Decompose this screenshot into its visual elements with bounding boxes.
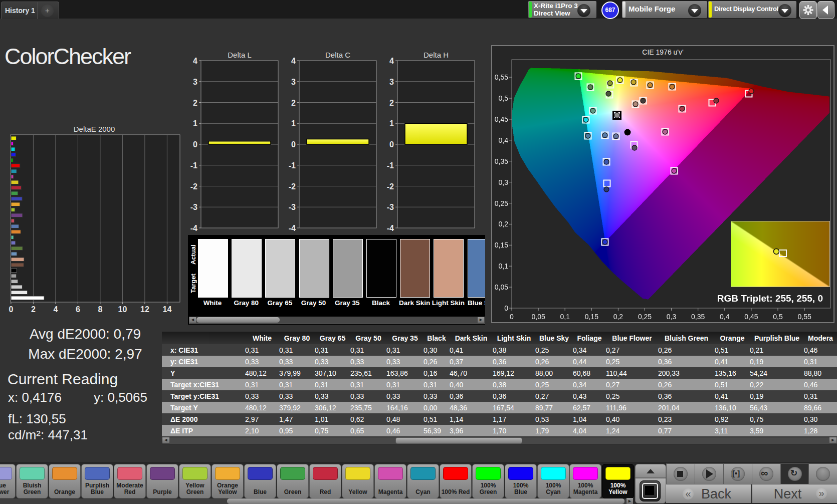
svg-text:Delta H: Delta H: [424, 51, 449, 59]
svg-text:0: 0: [389, 140, 394, 149]
svg-text:0: 0: [193, 140, 197, 149]
svg-text:14: 14: [163, 305, 172, 314]
svg-text:0,05: 0,05: [495, 283, 508, 291]
svg-text:1: 1: [389, 119, 394, 128]
svg-text:4: 4: [193, 57, 197, 65]
svg-text:2: 2: [31, 305, 36, 314]
svg-text:RGB Triplet: 255, 255, 0: RGB Triplet: 255, 255, 0: [717, 293, 823, 304]
svg-text:0,35: 0,35: [691, 313, 705, 321]
svg-text:0,1: 0,1: [560, 313, 570, 321]
svg-text:Delta C: Delta C: [325, 51, 350, 59]
svg-text:8: 8: [98, 305, 102, 314]
svg-text:0: 0: [510, 313, 514, 321]
svg-text:-2: -2: [190, 182, 197, 191]
svg-text:2: 2: [291, 99, 296, 107]
svg-text:0,3: 0,3: [499, 178, 509, 186]
svg-text:0: 0: [504, 304, 508, 312]
svg-text:0,5: 0,5: [499, 94, 509, 102]
svg-text:2: 2: [193, 99, 197, 107]
svg-text:0: 0: [291, 140, 296, 149]
svg-text:0,5: 0,5: [773, 313, 783, 321]
svg-text:-1: -1: [387, 161, 394, 170]
svg-text:0,45: 0,45: [495, 115, 508, 123]
svg-text:0,15: 0,15: [495, 241, 508, 249]
svg-text:0,45: 0,45: [744, 313, 758, 321]
svg-text:0,15: 0,15: [585, 313, 598, 321]
svg-text:0,4: 0,4: [720, 313, 730, 321]
svg-text:-4: -4: [190, 224, 197, 232]
svg-text:0,2: 0,2: [613, 313, 623, 321]
svg-text:1: 1: [291, 119, 296, 128]
svg-text:12: 12: [140, 305, 149, 314]
svg-text:0,35: 0,35: [495, 157, 508, 165]
svg-text:3: 3: [389, 78, 394, 86]
svg-text:1: 1: [193, 119, 197, 128]
svg-text:DeltaE 2000: DeltaE 2000: [74, 125, 115, 133]
svg-text:-1: -1: [190, 161, 197, 170]
svg-text:-1: -1: [289, 161, 296, 170]
svg-text:-3: -3: [289, 203, 296, 211]
svg-text:0,4: 0,4: [499, 136, 509, 144]
svg-text:-3: -3: [387, 203, 394, 211]
svg-text:10: 10: [118, 305, 127, 314]
svg-text:-4: -4: [289, 224, 296, 232]
svg-text:0,05: 0,05: [531, 313, 545, 321]
svg-text:Delta L: Delta L: [228, 51, 252, 59]
svg-text:4: 4: [389, 57, 394, 65]
svg-text:0: 0: [9, 305, 13, 314]
svg-text:4: 4: [291, 57, 296, 65]
svg-text:3: 3: [291, 78, 296, 86]
svg-text:0,25: 0,25: [495, 199, 508, 207]
svg-text:-2: -2: [387, 182, 394, 191]
svg-text:2: 2: [389, 99, 394, 107]
svg-text:-4: -4: [387, 224, 394, 232]
svg-text:0,55: 0,55: [495, 73, 508, 81]
svg-text:0,2: 0,2: [499, 220, 509, 228]
svg-text:0,55: 0,55: [797, 313, 811, 321]
svg-text:-3: -3: [190, 203, 197, 211]
svg-text:4: 4: [53, 305, 58, 314]
svg-text:3: 3: [193, 78, 197, 86]
svg-text:6: 6: [76, 305, 80, 314]
svg-text:0,3: 0,3: [667, 313, 677, 321]
svg-text:0,25: 0,25: [638, 313, 652, 321]
svg-text:0,1: 0,1: [499, 262, 509, 270]
svg-text:-2: -2: [289, 182, 296, 191]
